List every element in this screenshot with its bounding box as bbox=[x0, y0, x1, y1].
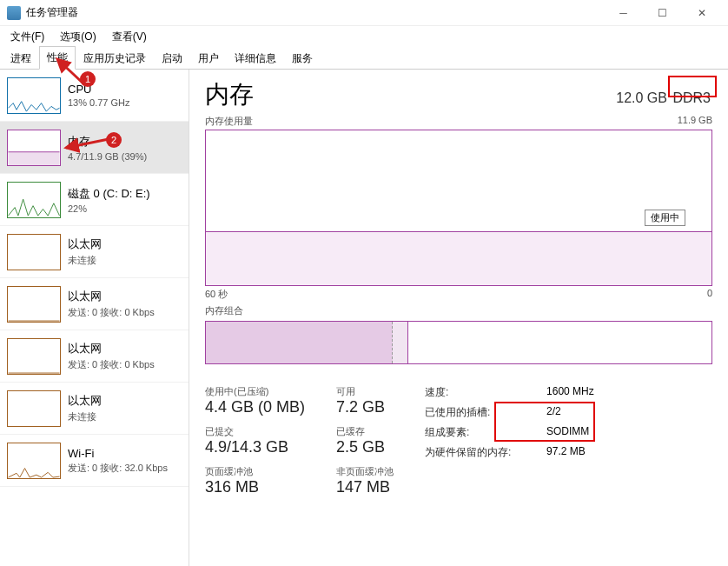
eth3-thumb bbox=[7, 390, 61, 427]
tab-processes[interactable]: 进程 bbox=[3, 47, 39, 70]
mem-total: 12.0 GB bbox=[616, 90, 667, 105]
wifi-name: Wi-Fi bbox=[68, 447, 168, 460]
sidebar-item-wifi[interactable]: Wi-Fi 发送: 0 接收: 32.0 Kbps bbox=[0, 435, 189, 487]
mem-type: DDR3 bbox=[671, 90, 712, 105]
panel-meminfo: 12.0 GB DDR3 bbox=[616, 90, 712, 106]
comp-standby bbox=[408, 322, 711, 363]
disk-thumb bbox=[7, 182, 61, 218]
stat-inuse-label: 使用中(已压缩) bbox=[205, 385, 305, 398]
stat-commit-value: 4.9/14.3 GB bbox=[205, 438, 305, 456]
cpu-sub: 13% 0.77 GHz bbox=[68, 97, 130, 108]
sidebar: CPU 13% 0.77 GHz 内存 4.7/11.9 GB (39%) 磁盘… bbox=[0, 70, 189, 566]
sidebar-item-eth0[interactable]: 以太网 未连接 bbox=[0, 226, 189, 278]
stat-commit-label: 已提交 bbox=[205, 425, 305, 438]
stat-cached: 已缓存 2.5 GB bbox=[336, 425, 394, 456]
kv-hw-k: 为硬件保留的内存: bbox=[425, 445, 529, 460]
panel-header: 内存 12.0 GB DDR3 bbox=[205, 78, 712, 111]
tab-services[interactable]: 服务 bbox=[284, 47, 321, 70]
memory-name: 内存 bbox=[68, 134, 147, 150]
stat-paged-label: 页面缓冲池 bbox=[205, 465, 305, 478]
eth2-name: 以太网 bbox=[68, 341, 155, 356]
stat-nonpaged: 非页面缓冲池 147 MB bbox=[336, 465, 394, 496]
comp-modified bbox=[393, 322, 407, 363]
content: CPU 13% 0.77 GHz 内存 4.7/11.9 GB (39%) 磁盘… bbox=[0, 70, 728, 566]
eth0-name: 以太网 bbox=[68, 236, 102, 252]
menubar: 文件(F) 选项(O) 查看(V) bbox=[0, 26, 728, 47]
detail-panel: 内存 12.0 GB DDR3 内存使用量 11.9 GB 使用中 60 秒 0… bbox=[189, 70, 728, 566]
usage-max: 11.9 GB bbox=[678, 115, 712, 128]
minimize-button[interactable]: ─ bbox=[604, 1, 643, 25]
sidebar-item-eth2[interactable]: 以太网 发送: 0 接收: 0 Kbps bbox=[0, 330, 189, 383]
tab-app-history[interactable]: 应用历史记录 bbox=[76, 47, 154, 70]
sidebar-item-memory[interactable]: 内存 4.7/11.9 GB (39%) bbox=[0, 122, 189, 174]
window-title: 任务管理器 bbox=[26, 5, 604, 20]
close-button[interactable]: ✕ bbox=[682, 1, 721, 25]
eth1-name: 以太网 bbox=[68, 289, 155, 304]
eth2-sub: 发送: 0 接收: 0 Kbps bbox=[68, 358, 155, 371]
tabbar: 进程 性能 应用历史记录 启动 用户 详细信息 服务 bbox=[0, 47, 728, 70]
titlebar: 任务管理器 ─ ☐ ✕ bbox=[0, 0, 728, 26]
stat-nonpaged-label: 非页面缓冲池 bbox=[336, 465, 394, 478]
stat-avail-label: 可用 bbox=[336, 385, 394, 398]
stat-avail-value: 7.2 GB bbox=[336, 398, 394, 416]
kv-slots-v: 2/2 bbox=[546, 405, 625, 420]
disk-sub: 22% bbox=[68, 203, 150, 214]
eth0-sub: 未连接 bbox=[68, 254, 102, 267]
time-left: 60 秒 bbox=[205, 288, 228, 301]
window-buttons: ─ ☐ ✕ bbox=[604, 1, 721, 25]
memory-usage-chart: 使用中 bbox=[205, 130, 712, 286]
wifi-thumb bbox=[7, 443, 61, 479]
kv-form-k: 组成要素: bbox=[425, 425, 529, 440]
comp-label: 内存组合 bbox=[205, 304, 712, 317]
panel-title: 内存 bbox=[205, 78, 616, 111]
cpu-name: CPU bbox=[68, 83, 130, 96]
wifi-sub: 发送: 0 接收: 32.0 Kbps bbox=[68, 462, 168, 475]
stat-paged-value: 316 MB bbox=[205, 478, 305, 496]
eth0-thumb bbox=[7, 234, 61, 270]
memory-thumb bbox=[7, 130, 61, 166]
menu-view[interactable]: 查看(V) bbox=[109, 28, 150, 46]
kv-slots-k: 已使用的插槽: bbox=[425, 405, 529, 420]
memory-sub: 4.7/11.9 GB (39%) bbox=[68, 151, 147, 162]
kv-col: 速度:1600 MHz 已使用的插槽:2/2 组成要素:SODIMM 为硬件保留… bbox=[425, 385, 625, 496]
eth3-name: 以太网 bbox=[68, 393, 102, 409]
comp-used bbox=[206, 322, 393, 363]
app-icon bbox=[7, 6, 21, 20]
sidebar-item-eth3[interactable]: 以太网 未连接 bbox=[0, 383, 189, 435]
menu-options[interactable]: 选项(O) bbox=[56, 28, 99, 46]
sidebar-item-disk[interactable]: 磁盘 0 (C: D: E:) 22% bbox=[0, 174, 189, 226]
tab-performance[interactable]: 性能 bbox=[39, 46, 76, 70]
kv-form-v: SODIMM bbox=[546, 425, 625, 440]
kv-speed-v: 1600 MHz bbox=[546, 385, 625, 400]
tab-users[interactable]: 用户 bbox=[190, 47, 227, 70]
stat-cached-value: 2.5 GB bbox=[336, 438, 394, 456]
tab-details[interactable]: 详细信息 bbox=[227, 47, 284, 70]
stat-avail: 可用 7.2 GB bbox=[336, 385, 394, 416]
stat-inuse-value: 4.4 GB (0 MB) bbox=[205, 398, 305, 416]
stat-commit: 已提交 4.9/14.3 GB bbox=[205, 425, 305, 456]
disk-name: 磁盘 0 (C: D: E:) bbox=[68, 186, 150, 202]
time-right: 0 bbox=[707, 288, 712, 301]
stats: 使用中(已压缩) 4.4 GB (0 MB) 已提交 4.9/14.3 GB 页… bbox=[205, 385, 712, 496]
stat-paged: 页面缓冲池 316 MB bbox=[205, 465, 305, 496]
stat-nonpaged-value: 147 MB bbox=[336, 478, 394, 496]
maximize-button[interactable]: ☐ bbox=[643, 1, 682, 25]
tab-startup[interactable]: 启动 bbox=[154, 47, 190, 70]
sidebar-item-cpu[interactable]: CPU 13% 0.77 GHz bbox=[0, 70, 189, 122]
stat-cached-label: 已缓存 bbox=[336, 425, 394, 438]
svg-rect-0 bbox=[8, 151, 59, 164]
usage-label: 内存使用量 bbox=[205, 115, 253, 128]
memory-composition-chart bbox=[205, 321, 712, 364]
sidebar-item-eth1[interactable]: 以太网 发送: 0 接收: 0 Kbps bbox=[0, 278, 189, 330]
chart-fill bbox=[206, 231, 711, 285]
eth1-thumb bbox=[7, 286, 61, 323]
eth3-sub: 未连接 bbox=[68, 410, 102, 423]
cpu-thumb bbox=[7, 77, 61, 114]
stat-inuse: 使用中(已压缩) 4.4 GB (0 MB) bbox=[205, 385, 305, 416]
kv-speed-k: 速度: bbox=[425, 385, 529, 400]
menu-file[interactable]: 文件(F) bbox=[7, 28, 48, 46]
kv-hw-v: 97.2 MB bbox=[546, 445, 625, 460]
chart-inuse-tag: 使用中 bbox=[645, 210, 685, 226]
eth2-thumb bbox=[7, 338, 61, 375]
eth1-sub: 发送: 0 接收: 0 Kbps bbox=[68, 306, 155, 319]
